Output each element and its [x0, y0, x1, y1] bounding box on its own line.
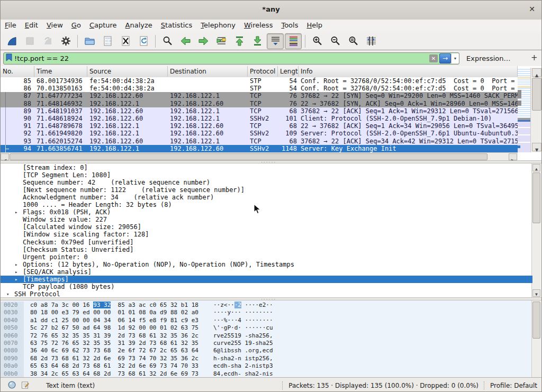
hex-bytes[interactable]: 5c 27 b2 67 50 ad 64 98 1d 92 00 00 01 0… [30, 324, 198, 332]
hex-bytes[interactable]: 63 75 72 76 65 32 35 35 31 39 2d 73 68 6… [30, 340, 198, 347]
detail-line[interactable]: ▸Options: (12 bytes), No-Operation (NOP)… [1, 261, 532, 268]
expression-button[interactable]: Expression… [466, 54, 511, 62]
column-header-destination[interactable]: Destination [168, 66, 248, 77]
hex-bytes[interactable]: 72 76 65 32 35 35 31 39 2d 73 68 61 32 3… [30, 332, 198, 340]
collapsed-arrow-icon[interactable]: ▸ [15, 261, 17, 268]
menu-item-file[interactable]: File [1, 20, 21, 31]
packet-list-hscrollbar[interactable]: ◀ ▶ [1, 152, 518, 161]
restart-capture-icon[interactable] [39, 33, 56, 49]
add-filter-button[interactable]: + [531, 53, 538, 62]
menu-item-capture[interactable]: Capture [85, 20, 121, 31]
hex-ascii[interactable]: rve25519 -sha256, [213, 332, 273, 340]
hex-row-00a0[interactable]: 00a065 63 64 68 2d 73 68 61 32 2d 6e 69 … [1, 362, 532, 370]
close-capture-icon[interactable] [117, 33, 134, 49]
save-capture-icon[interactable]: 010101100111 [99, 33, 116, 49]
detail-line[interactable]: [Calculated window size: 29056] [1, 223, 532, 231]
packet-row-92[interactable]: 9271.661949820192.168.122.1192.168.122.6… [1, 130, 518, 137]
expanded-arrow-icon[interactable]: ▾ [6, 290, 9, 297]
profile-status[interactable]: Profile: Default [490, 382, 537, 389]
column-header-time[interactable]: Time [34, 66, 87, 77]
packet-row-86[interactable]: 8670.013850163fe:54:00:d4:38:2aSTP54Conf… [1, 85, 518, 92]
packet-row-93[interactable]: 9371.662015274192.168.122.60192.168.122.… [1, 138, 518, 145]
vscroll-thumb[interactable] [532, 172, 540, 223]
column-header-protocol[interactable]: Protocol [248, 66, 278, 77]
capture-comment-icon[interactable] [21, 381, 29, 390]
hex-ascii[interactable]: ecdh-sha 2-nistp3 [213, 362, 273, 370]
find-packet-icon[interactable] [159, 33, 176, 49]
stop-capture-icon[interactable] [21, 33, 38, 49]
hex-ascii[interactable]: \'·gP·d· ······cu [213, 324, 273, 332]
packet-row-90[interactable]: 9071.648618924192.168.122.60192.168.122.… [1, 115, 518, 122]
start-capture-icon[interactable] [3, 33, 20, 49]
hex-bytes[interactable]: 65 63 64 68 2d 73 68 61 32 2d 6e 69 73 7… [30, 362, 198, 370]
hex-row-0080[interactable]: 008036 40 6c 69 62 73 73 68 2e 6f 72 67 … [1, 347, 532, 354]
reload-capture-icon[interactable] [135, 33, 152, 49]
detail-line[interactable]: 1000 .... = Header Length: 32 bytes (8) [1, 201, 532, 208]
zoom-out-icon[interactable] [327, 33, 344, 49]
menu-item-tools[interactable]: Tools [277, 20, 302, 31]
scroll-up-icon[interactable]: ▲ [532, 68, 541, 77]
hex-bytes[interactable]: a1 dd c1 25 00 00 04 34 06 14 f5 e8 f9 8… [30, 317, 198, 324]
detail-line[interactable]: Window size value: 227 [1, 216, 532, 223]
hex-row-0060[interactable]: 006072 76 65 32 35 35 31 39 2d 73 68 61 … [1, 332, 532, 340]
menu-item-help[interactable]: Help [302, 20, 327, 31]
hex-row-0070[interactable]: 007063 75 72 76 65 32 35 35 31 39 2d 73 … [1, 340, 532, 347]
detail-line[interactable]: [Window size scaling factor: 128] [1, 231, 532, 238]
column-header-length[interactable]: Length [278, 66, 299, 77]
hex-bytes[interactable]: 80 18 00 e3 79 ed 00 00 01 01 08 0a d9 8… [30, 309, 198, 316]
packet-row-85[interactable]: 8568.001734936fe:54:00:d4:38:2aSTP54Conf… [1, 77, 518, 85]
display-filter-input[interactable]: !tcp.port == 22 ✕ → ▾ [3, 52, 459, 65]
capture-options-icon[interactable] [57, 33, 74, 49]
go-to-packet-icon[interactable] [213, 33, 230, 49]
detail-line[interactable]: Acknowledgment number: 34 (relative ack … [1, 194, 532, 201]
resize-columns-icon[interactable] [363, 33, 380, 49]
packet-row-91[interactable]: 9171.648789678192.168.122.1192.168.122.6… [1, 122, 518, 130]
column-header-info[interactable]: Info [299, 66, 518, 77]
hex-ascii[interactable]: ··z<···2 ····e2·· [213, 302, 273, 309]
detail-line[interactable]: [Next sequence number: 1122 (relative se… [1, 186, 532, 194]
zoom-in-icon[interactable] [309, 33, 326, 49]
hex-ascii[interactable]: 6@libssh .org,ecd [213, 347, 273, 354]
menu-item-view[interactable]: View [42, 20, 67, 31]
bookmark-icon[interactable] [4, 53, 14, 63]
hex-row-0050[interactable]: 00505c 27 b2 67 50 ad 64 98 1d 92 00 00 … [1, 324, 532, 332]
detail-line[interactable]: Checksum: 0x79ed [unverified] [1, 239, 532, 246]
details-vscrollbar[interactable]: ▲ ▼ [531, 163, 541, 297]
hex-bytes[interactable]: 68 2d 73 68 61 32 2d 6e 69 73 74 70 32 3… [30, 355, 198, 362]
detail-line[interactable]: ▸[SEQ/ACK analysis] [1, 268, 532, 276]
expert-info-icon[interactable] [8, 381, 16, 390]
detail-line[interactable]: ▸[Timestamps] [1, 276, 532, 283]
hex-ascii[interactable]: ···%···4 ········ [213, 317, 273, 324]
hex-bytes[interactable]: c0 a8 7a 3c 00 16 93 32 85 a3 ac c0 65 3… [30, 302, 198, 309]
scroll-up-icon[interactable]: ▲ [532, 164, 540, 171]
filter-value[interactable]: !tcp.port == 22 [14, 54, 429, 62]
detail-line[interactable]: Urgent pointer: 0 [1, 253, 532, 261]
hex-ascii[interactable]: curve255 19-sha25 [213, 340, 273, 347]
go-last-packet-icon[interactable] [249, 33, 266, 49]
scroll-right-icon[interactable]: ▶ [509, 153, 517, 160]
detail-line[interactable]: [Checksum Status: Unverified] [1, 246, 532, 253]
collapsed-arrow-icon[interactable]: ▸ [15, 276, 17, 283]
column-header-source[interactable]: Source [87, 66, 168, 77]
detail-line[interactable]: [TCP Segment Len: 1080] [1, 171, 532, 179]
hex-ascii[interactable]: h-sha2-n istp256, [213, 355, 273, 362]
colorize-icon[interactable] [285, 33, 302, 49]
hex-row-0030[interactable]: 003080 18 00 e3 79 ed 00 00 01 01 08 0a … [1, 309, 532, 316]
detail-line[interactable]: Sequence number: 42 (relative sequence n… [1, 179, 532, 186]
hex-ascii[interactable]: 84,ecdh- sha2-nis [213, 370, 273, 377]
menu-item-wireless[interactable]: Wireless [240, 20, 277, 31]
column-header-no[interactable]: No. [1, 66, 34, 77]
hex-ascii[interactable]: ····y··· ········ [213, 309, 273, 316]
menu-item-statistics[interactable]: Statistics [157, 20, 196, 31]
packet-list-minimap[interactable] [518, 68, 530, 152]
hex-row-00b0[interactable]: 00b038 34 2c 65 63 64 68 2d 73 68 61 32 … [1, 370, 532, 377]
go-forward-icon[interactable] [195, 33, 212, 49]
scroll-left-icon[interactable]: ◀ [1, 153, 9, 160]
menu-item-go[interactable]: Go [67, 20, 85, 31]
filter-dropdown-caret[interactable]: ▾ [451, 53, 459, 63]
hex-row-0020[interactable]: 0020c0 a8 7a 3c 00 16 93 32 85 a3 ac c0 … [1, 302, 532, 309]
detail-line[interactable]: TCP payload (1080 bytes) [1, 283, 532, 290]
collapsed-arrow-icon[interactable]: ▸ [15, 268, 17, 276]
vscroll-thumb[interactable] [532, 78, 541, 111]
hex-row-0090[interactable]: 009068 2d 73 68 61 32 2d 6e 69 73 74 70 … [1, 355, 532, 362]
